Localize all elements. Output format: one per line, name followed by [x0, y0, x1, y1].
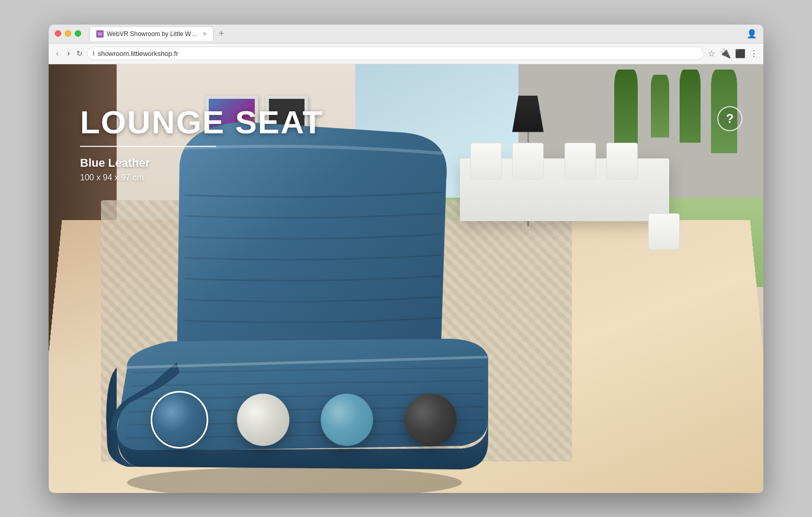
extension-icon[interactable]: 🔌: [719, 48, 731, 59]
product-info: LOUNGE SEAT Blue Leather 100 x 94 x 97 c…: [80, 106, 323, 182]
forward-button[interactable]: ›: [65, 48, 72, 59]
address-bar: ‹ › ↻ ℹ showroom.littleworkshop.fr ☆ 🔌 ⬛…: [49, 43, 763, 64]
back-button[interactable]: ‹: [54, 48, 61, 59]
chair-4: [606, 143, 638, 179]
lamp-shade: [512, 96, 544, 132]
swatch-lightblue-fabric[interactable]: [321, 394, 373, 446]
tab-label: WebVR Showroom by Little W…: [107, 30, 197, 38]
help-button[interactable]: ?: [717, 106, 742, 131]
chair-5: [648, 213, 680, 250]
chair-3: [565, 143, 596, 179]
svg-point-0: [127, 467, 462, 493]
tab-bar: W WebVR Showroom by Little W… × +: [89, 26, 747, 41]
title-bar-actions: 👤: [747, 29, 757, 39]
refresh-button[interactable]: ↻: [76, 49, 83, 58]
traffic-lights: [55, 30, 81, 37]
profile-icon[interactable]: 👤: [747, 29, 757, 39]
browser-actions: ☆ 🔌 ⬛ ⋮: [708, 48, 758, 59]
product-dimensions: 100 x 94 x 97 cm: [80, 173, 323, 182]
browser-window: W WebVR Showroom by Little W… × + 👤 ‹ › …: [49, 25, 763, 493]
swatch-blue-leather[interactable]: [153, 394, 206, 446]
swatch-white-fabric[interactable]: [237, 394, 289, 446]
url-text: showroom.littleworkshop.fr: [98, 50, 178, 58]
new-tab-button[interactable]: +: [216, 28, 228, 39]
active-tab[interactable]: W WebVR Showroom by Little W… ×: [89, 26, 213, 41]
cast-icon[interactable]: ⬛: [735, 49, 746, 59]
maximize-button[interactable]: [75, 30, 81, 37]
chair-2: [512, 143, 544, 179]
bookmark-icon[interactable]: ☆: [708, 49, 715, 59]
minimize-button[interactable]: [65, 30, 71, 37]
product-title: LOUNGE SEAT: [80, 106, 323, 139]
title-bar: W WebVR Showroom by Little W… × + 👤: [49, 25, 763, 43]
material-swatches: [153, 394, 457, 446]
product-divider: [80, 146, 216, 147]
menu-icon[interactable]: ⋮: [750, 49, 758, 59]
product-name: Blue Leather: [80, 156, 323, 170]
main-viewport: LOUNGE SEAT Blue Leather 100 x 94 x 97 c…: [49, 64, 763, 493]
url-bar[interactable]: ℹ showroom.littleworkshop.fr: [87, 47, 704, 60]
secure-icon: ℹ: [93, 50, 95, 57]
swatch-dark-fabric[interactable]: [404, 394, 457, 446]
tab-favicon: W: [96, 30, 104, 38]
close-button[interactable]: [55, 30, 61, 37]
tab-close-button[interactable]: ×: [202, 30, 207, 38]
